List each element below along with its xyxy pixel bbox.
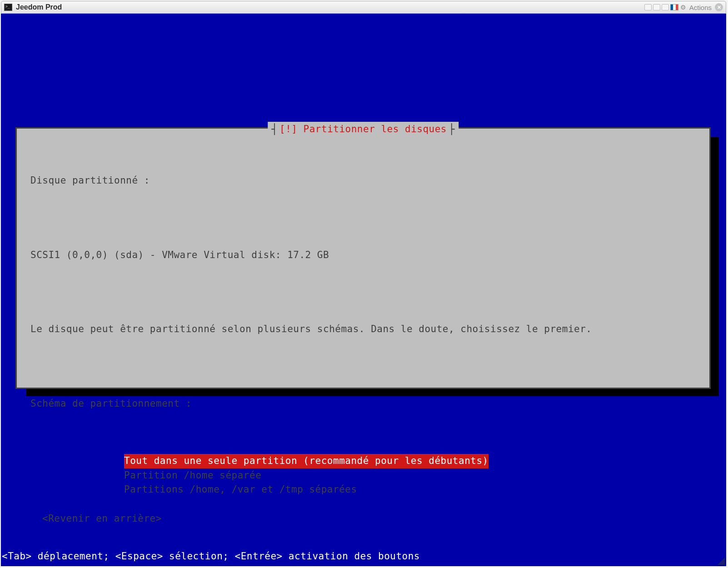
go-back-button[interactable]: <Revenir en arrière> [42,512,696,526]
dialog-title: [!] Partitionner les disques [278,122,449,137]
vm-console-window: Jeedom Prod ⚙ Actions ✕ ┤ [!] Partitionn… [1,1,726,566]
dialog-description: Le disque peut être partitionné selon pl… [30,322,696,337]
titlebar-left: Jeedom Prod [4,3,62,11]
console-screen[interactable]: ┤ [!] Partitionner les disques ├ Disque … [1,14,726,566]
window-button-3[interactable] [662,4,669,10]
disk-info: SCSI1 (0,0,0) (sda) - VMware Virtual dis… [30,248,696,263]
window-button-2[interactable] [653,4,660,10]
gear-icon[interactable]: ⚙ [680,4,687,11]
title-bracket-left: ┤ [271,122,278,137]
option-separate-home[interactable]: Partition /home séparée [124,470,261,481]
titlebar: Jeedom Prod ⚙ Actions ✕ [1,1,726,14]
window-title: Jeedom Prod [16,3,62,11]
partition-dialog: ┤ [!] Partitionner les disques ├ Disque … [15,127,711,389]
resize-grip-icon[interactable] [717,557,725,565]
titlebar-right: ⚙ Actions ✕ [644,3,723,11]
partition-scheme-options: Tout dans une seule partition (recommand… [124,454,696,497]
option-separate-home-var-tmp[interactable]: Partitions /home, /var et /tmp séparées [124,484,357,495]
flag-fr-icon[interactable] [670,4,678,10]
option-all-one-partition[interactable]: Tout dans une seule partition (recommand… [124,454,489,468]
console-icon [4,4,12,11]
scheme-label: Schéma de partitionnement : [30,397,696,411]
dialog-heading: Disque partitionné : [30,174,696,188]
close-icon[interactable]: ✕ [715,3,723,11]
footer-help-text: <Tab> déplacement; <Espace> sélection; <… [2,549,420,564]
actions-label[interactable]: Actions [689,4,712,11]
title-bracket-right: ├ [449,122,455,137]
dialog-title-wrap: ┤ [!] Partitionner les disques ├ [268,122,459,137]
dialog-content: Disque partitionné : SCSI1 (0,0,0) (sda)… [30,142,696,439]
window-button-1[interactable] [644,4,652,10]
